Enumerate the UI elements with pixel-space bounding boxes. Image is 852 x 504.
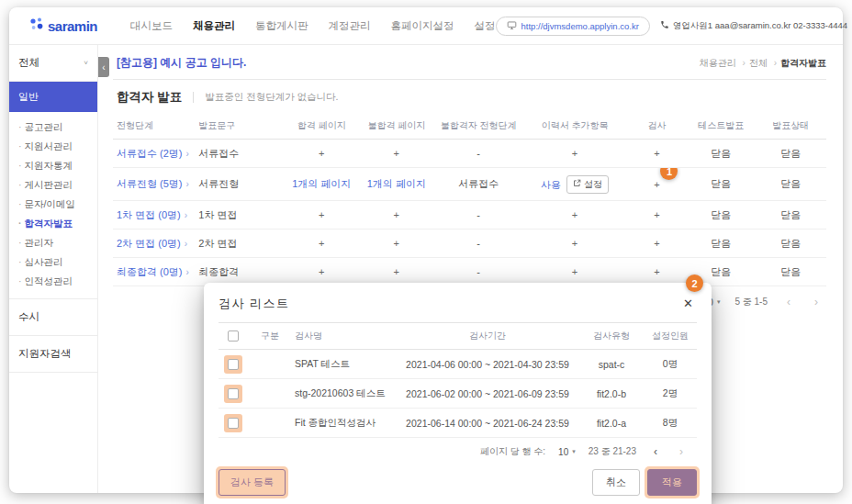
add-pass-page-link[interactable]: + [319,266,324,277]
sidebar-section-applicant-search[interactable]: 지원자검색 [9,336,97,373]
add-exam-link[interactable]: + [654,179,659,190]
add-exam-link[interactable]: + [654,238,659,249]
resume-extra-in-use-link[interactable]: 사용 [541,178,561,189]
phrase-cell: 서류접수 [195,140,284,168]
notice-text[interactable]: [참고용] 예시 공고 입니다. [117,55,246,71]
add-pass-page-link[interactable]: + [319,209,324,220]
add-resume-extra-link[interactable]: + [572,238,577,249]
apply-button[interactable]: 적용 [647,469,697,496]
close-icon[interactable]: ✕ [679,295,697,312]
sidebar-item[interactable]: 공고관리 [17,118,94,137]
resume-extra-settings-button[interactable]: 설정 [566,175,609,194]
row-checkbox[interactable] [228,359,239,370]
modal-head: 검사 리스트 ✕ [204,283,712,322]
add-pass-page-link[interactable]: + [319,238,324,249]
column-header: 테스트발표 [687,113,755,140]
category-cell [248,350,292,379]
select-all-checkbox[interactable] [228,330,239,342]
sidebar-item[interactable]: 문자/이메일 [17,195,94,214]
test-publish-toggle[interactable]: 닫음 [711,266,731,277]
test-publish-toggle[interactable]: 닫음 [711,178,731,189]
nav-dashboard[interactable]: 대시보드 [130,19,173,33]
add-resume-extra-link[interactable]: + [572,209,577,220]
add-exam-link[interactable]: + [654,266,659,277]
breadcrumb-item[interactable]: 전체 [749,57,777,70]
column-header: 구분 [248,323,292,350]
row-checkbox[interactable] [228,388,239,399]
cancel-button[interactable]: 취소 [592,469,640,496]
breadcrumb-item[interactable]: 채용관리 [700,57,746,70]
site-url-pill[interactable]: http://djvmsdemo.applyin.co.kr [496,17,650,36]
add-resume-extra-link[interactable]: + [572,148,577,159]
sidebar-item[interactable]: 심사관리 [17,252,94,272]
exam-table: 구분 검사명 검사기간 검사유형 설정인원 SPAT 테스트 2021-04-0… [219,322,697,438]
publish-status-toggle[interactable]: 닫음 [780,209,801,220]
test-publish-toggle[interactable]: 닫음 [711,238,731,249]
exam-name-cell: SPAT 테스트 [292,350,396,379]
notice-row: [참고용] 예시 공고 입니다. 채용관리 전체 합격자발표 [113,45,826,80]
publish-status-toggle[interactable]: 닫음 [780,238,801,249]
sidebar-all[interactable]: 전체 ˅ [9,45,97,82]
chevron-right-icon: › [185,210,187,220]
nav-recruit-management[interactable]: 채용관리 [193,19,235,33]
rows-per-page-select[interactable]: 10 ▾ [558,447,576,457]
publish-status-toggle[interactable]: 닫음 [780,266,801,277]
chevron-right-icon: › [186,149,189,159]
prev-page-button[interactable]: ‹ [649,445,662,458]
prev-page-button[interactable]: ‹ [782,296,795,308]
sidebar-section-general[interactable]: 일반 [9,82,97,112]
top-bar: saramin 대시보드 채용관리 통합게시판 계정관리 홈페이지설정 설정 h… [9,7,843,45]
test-publish-toggle[interactable]: 닫음 [711,148,731,159]
saramin-logo[interactable]: saramin [29,17,97,35]
test-publish-toggle[interactable]: 닫음 [711,209,731,220]
stage-link[interactable]: 서류접수 (2명)› [117,148,189,159]
table-row: 1차 면접 (0명)› 1차 면접 + + - + + 닫음 닫음 [113,201,826,230]
publish-status-toggle[interactable]: 닫음 [780,148,801,159]
sidebar-section-susi[interactable]: 수시 [9,299,97,336]
exam-period-cell: 2021-06-02 00:00 ~ 2021-06-09 23:59 [396,379,579,409]
chevron-right-icon: › [186,179,189,189]
add-fail-page-link[interactable]: + [394,238,399,249]
stage-link[interactable]: 서류전형 (5명)› [117,178,189,189]
add-resume-extra-link[interactable]: + [572,266,577,277]
sidebar-item-pass-announcement[interactable]: 합격자발표 [17,214,94,233]
add-pass-page-link[interactable]: + [319,148,324,159]
row-checkbox[interactable] [228,418,239,429]
next-page-button[interactable]: › [675,445,688,458]
next-page-button[interactable]: › [810,296,823,308]
column-header: 불합격자 전형단계 [434,113,523,140]
add-fail-page-link[interactable]: + [394,209,399,220]
register-exam-button[interactable]: 검사 등록 [219,469,286,496]
add-fail-page-link[interactable]: + [394,148,399,159]
external-link-icon [573,179,581,189]
stage-link[interactable]: 1차 면접 (0명)› [117,209,187,220]
sidebar-item[interactable]: 게시판관리 [17,175,94,195]
sidebar-collapse-button[interactable]: ‹ [98,57,109,77]
stage-link[interactable]: 2차 면접 (0명)› [117,238,187,249]
sidebar-item[interactable]: 지원자통계 [17,156,94,175]
sidebar-item[interactable]: 인적성관리 [17,272,94,291]
add-exam-link[interactable]: + [654,209,659,220]
stage-link[interactable]: 최종합격 (0명)› [117,266,189,277]
breadcrumb-current: 합격자발표 [780,57,826,70]
fail-stage-cell: - [434,140,523,168]
chevron-right-icon: › [186,267,189,277]
publish-status-toggle[interactable]: 닫음 [780,178,801,189]
table-row: SPAT 테스트 2021-04-06 00:00 ~ 2021-04-30 2… [219,350,697,379]
nav-homepage-settings[interactable]: 홈페이지설정 [391,19,454,33]
pass-page-link[interactable]: 1개의 페이지 [292,178,351,189]
phrase-cell: 서류전형 [195,168,284,201]
caret-down-icon: ▾ [572,448,576,455]
add-fail-page-link[interactable]: + [394,266,399,277]
add-exam-link[interactable]: + [654,148,659,159]
nav-settings[interactable]: 설정 [475,19,496,33]
modal-title: 검사 리스트 [219,296,290,312]
annotation-badge-2: 2 [686,274,703,292]
nav-account-management[interactable]: 계정관리 [329,19,371,33]
pagination-range: 23 중 21-23 [589,445,636,458]
sidebar-item[interactable]: 지원서관리 [17,137,94,156]
sidebar-item[interactable]: 관리자 [17,233,94,252]
fail-page-link[interactable]: 1개의 페이지 [367,178,426,189]
nav-integrated-board[interactable]: 통합게시판 [255,19,308,33]
page-title: 합격자 발표 [117,89,182,106]
